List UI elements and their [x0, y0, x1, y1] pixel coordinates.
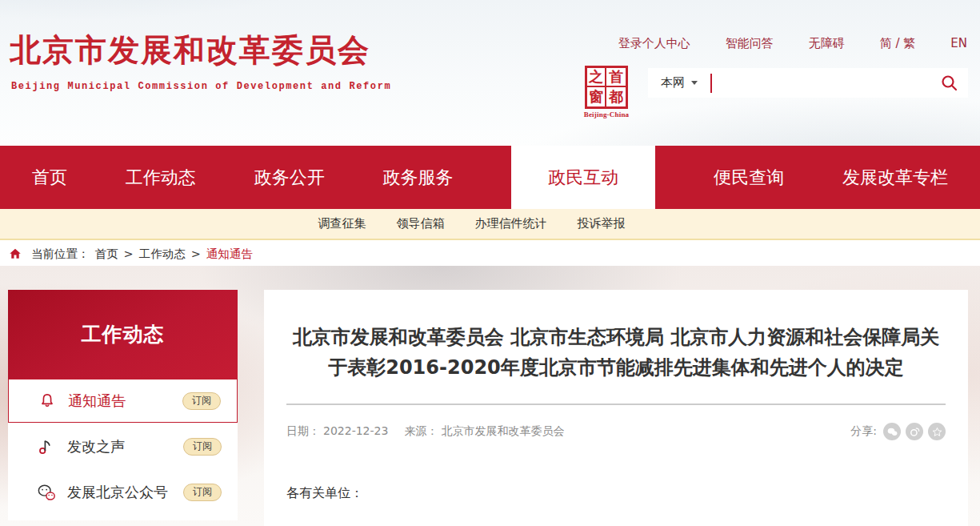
bell-icon — [36, 392, 58, 410]
smart-qa-link[interactable]: 智能问答 — [726, 36, 774, 51]
seal-caption: Beijing-China — [582, 110, 631, 118]
capital-window-seal[interactable]: 之 首 窗 都 Beijing-China — [582, 66, 631, 118]
nav-item-convenient-inquiry[interactable]: 便民查询 — [714, 146, 784, 209]
nav-item-public-interaction[interactable]: 政民互动 — [511, 146, 655, 209]
breadcrumb-section[interactable]: 工作动态 — [139, 247, 186, 262]
search-scope-value: 本网 — [661, 75, 685, 90]
simplified-traditional-link[interactable]: 简 / 繁 — [880, 36, 916, 51]
article-title: 北京市发展和改革委员会 北京市生态环境局 北京市人力资源和社会保障局关于表彰20… — [290, 322, 942, 383]
home-icon[interactable] — [8, 247, 22, 261]
nav-item-reform-special[interactable]: 发展改革专栏 — [842, 146, 948, 209]
subnav-complaint[interactable]: 投诉举报 — [578, 216, 626, 231]
article-source: 北京市发展和改革委员会 — [441, 424, 564, 437]
nav-item-home[interactable]: 首页 — [32, 146, 67, 209]
sidebar-item-notices[interactable]: 通知通告 订阅 — [8, 379, 238, 423]
subscribe-button[interactable]: 订阅 — [183, 484, 222, 501]
title-separator — [286, 404, 946, 405]
nav-item-gov-info[interactable]: 政务公开 — [254, 146, 325, 209]
sidebar-item-label: 通知通告 — [68, 391, 182, 411]
subnav-survey[interactable]: 调查征集 — [318, 216, 366, 231]
music-note-icon — [35, 438, 58, 456]
wechat-icon — [35, 484, 58, 501]
seal-char: 都 — [606, 87, 626, 106]
search-bar: 本网 — [648, 68, 968, 98]
sidebar-item-voice[interactable]: 发改之声 订阅 — [8, 424, 238, 468]
article-date: 2022-12-23 — [323, 424, 388, 437]
sidebar-item-wechat-account[interactable]: 发展北京公众号 订阅 — [8, 470, 238, 514]
subnav-letter-stats[interactable]: 办理信件统计 — [475, 216, 547, 231]
breadcrumb-home[interactable]: 首页 — [95, 247, 118, 262]
sidebar-item-label: 发改之声 — [67, 437, 183, 456]
sidebar: 工作动态 通知通告 订阅 发改之声 订阅 — [8, 290, 238, 520]
search-icon — [940, 74, 959, 93]
share-label: 分享: — [850, 424, 877, 439]
wechat-share-icon[interactable] — [883, 423, 901, 440]
seal-char: 之 — [587, 68, 606, 87]
subnav-leader-mailbox[interactable]: 领导信箱 — [397, 216, 445, 231]
seal-char: 首 — [606, 68, 626, 87]
article-meta: 日期：2022-12-23来源：北京市发展和改革委员会 分享: — [286, 423, 946, 440]
article-greeting: 各有关单位： — [286, 485, 946, 502]
login-link[interactable]: 登录个人中心 — [618, 36, 690, 51]
search-scope-dropdown[interactable]: 本网 — [648, 75, 710, 90]
english-link[interactable]: EN — [950, 36, 967, 51]
search-button[interactable] — [931, 68, 968, 98]
sub-nav: 调查征集 领导信箱 办理信件统计 投诉举报 — [0, 209, 980, 240]
nav-item-work-news[interactable]: 工作动态 — [126, 146, 196, 209]
qzone-share-icon[interactable] — [928, 423, 946, 440]
nav-item-gov-services[interactable]: 政务服务 — [382, 146, 453, 209]
utility-links: 登录个人中心 智能问答 无障碍 简 / 繁 EN — [618, 36, 967, 51]
breadcrumb-current: 通知通告 — [206, 247, 253, 262]
breadcrumb-separator: > — [124, 247, 134, 260]
subscribe-button[interactable]: 订阅 — [182, 392, 221, 410]
chevron-down-icon — [691, 81, 698, 85]
breadcrumb-label: 当前位置： — [31, 247, 90, 262]
site-logo[interactable]: 北京市发展和改革委员会 — [10, 29, 370, 72]
breadcrumb-separator: > — [191, 247, 201, 260]
sidebar-title: 工作动态 — [8, 290, 238, 379]
breadcrumb: 当前位置： 首页 > 工作动态 > 通知通告 — [0, 242, 980, 266]
weibo-share-icon[interactable] — [906, 423, 923, 440]
subscribe-button[interactable]: 订阅 — [183, 438, 222, 456]
article-panel: 北京市发展和改革委员会 北京市生态环境局 北京市人力资源和社会保障局关于表彰20… — [264, 290, 968, 526]
date-label: 日期： — [286, 424, 320, 437]
source-label: 来源： — [404, 424, 438, 437]
site-header: 北京市发展和改革委员会 Beijing Municipal Commission… — [0, 0, 980, 146]
search-input[interactable] — [712, 68, 931, 98]
site-logo-subtitle: Beijing Municipal Commission of Developm… — [11, 81, 391, 92]
accessibility-link[interactable]: 无障碍 — [809, 36, 845, 51]
share-bar: 分享: — [850, 423, 946, 440]
sidebar-item-label: 发展北京公众号 — [67, 483, 183, 502]
page: 北京市发展和改革委员会 Beijing Municipal Commission… — [0, 0, 980, 526]
main-nav: 首页 工作动态 政务公开 政务服务 政民互动 便民查询 发展改革专栏 — [0, 146, 980, 209]
article-meta-left: 日期：2022-12-23来源：北京市发展和改革委员会 — [286, 424, 567, 439]
seal-char: 窗 — [587, 87, 606, 106]
seal-icon: 之 首 窗 都 — [585, 66, 628, 109]
